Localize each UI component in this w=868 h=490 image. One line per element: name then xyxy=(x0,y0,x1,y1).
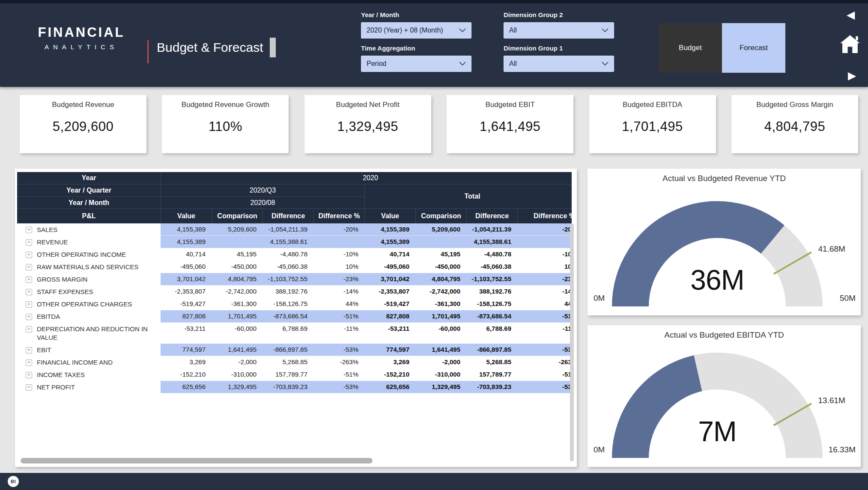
header-year-value: 2020 xyxy=(161,172,572,184)
back-arrow-icon[interactable]: ◀ xyxy=(847,9,855,21)
kpi-card-budgeted-revenue-growth: Budgeted Revenue Growth 110% xyxy=(162,95,289,153)
row-name: EBIT xyxy=(37,345,51,354)
logo-line2: ANALYTICS xyxy=(31,43,132,50)
table-cell: -1,103,752.55 xyxy=(466,273,517,285)
expand-icon[interactable]: + xyxy=(26,347,32,353)
table-cell: 45,195 xyxy=(415,248,466,261)
table-cell: -2,353,807 xyxy=(364,285,415,298)
table-cell: 1,329,495 xyxy=(212,381,262,393)
col-header-comparison: Comparison xyxy=(212,209,262,223)
gauge-min-label: 0M xyxy=(594,445,605,454)
row-label-cell: +OTHER OPERATING CHARGES xyxy=(17,298,161,310)
budget-button[interactable]: Budget xyxy=(659,23,722,73)
year-month-dropdown[interactable]: 2020 (Year) + 08 (Month) xyxy=(361,22,471,39)
table-cell: -158,126.75 xyxy=(262,298,313,310)
expand-icon[interactable]: + xyxy=(26,239,32,246)
table-cell: -23% xyxy=(517,273,572,285)
table-cell: 40,714 xyxy=(364,248,415,261)
table-cell: -1,103,752.55 xyxy=(262,273,313,285)
forward-arrow-icon[interactable]: ▶ xyxy=(848,69,856,82)
expand-icon[interactable]: + xyxy=(26,289,32,295)
row-label-cell: +NET PROFIT xyxy=(17,381,161,393)
expand-icon[interactable]: + xyxy=(26,314,32,320)
expand-icon[interactable]: + xyxy=(26,301,32,308)
table-cell: -263% xyxy=(517,356,572,368)
table-row: +EBIT774,5971,641,495-866,897.85-53%774,… xyxy=(17,344,572,356)
table-cell: -51% xyxy=(517,368,572,381)
table-cell: 5,268.85 xyxy=(262,356,313,368)
table-cell: -866,897.85 xyxy=(466,344,517,356)
gauge-title: Actual vs Budgeted EBITDA YTD xyxy=(588,330,861,340)
table-cell: -53,211 xyxy=(161,323,212,344)
table-row: +SALES4,155,3895,209,600-1,054,211.39-20… xyxy=(17,223,572,236)
filter-time-aggregation: Time Aggregation Period xyxy=(361,45,471,72)
expand-icon[interactable]: + xyxy=(26,264,32,270)
time-aggregation-dropdown[interactable]: Period xyxy=(361,56,471,72)
expand-icon[interactable]: + xyxy=(26,227,32,233)
table-cell: 4,804,795 xyxy=(415,273,466,285)
bi-badge-icon[interactable]: BI xyxy=(8,476,19,487)
filter-label: Dimension Group 1 xyxy=(504,45,614,56)
col-header-total-difference-pct: Difference % xyxy=(517,209,572,223)
logo-line1: FINANCIAL xyxy=(31,25,132,40)
table-cell: -53,211 xyxy=(364,323,415,344)
table-cell: -152,210 xyxy=(161,368,212,381)
col-header-value: Value xyxy=(161,209,212,223)
table-cell: 157,789.77 xyxy=(466,368,517,381)
table-cell: -4,480.78 xyxy=(262,248,313,261)
table-cell: -703,839.23 xyxy=(262,381,313,393)
expand-icon[interactable]: + xyxy=(26,372,32,378)
table-cell: 40,714 xyxy=(161,248,212,261)
table-cell: -53% xyxy=(313,344,364,356)
row-name: EBITDA xyxy=(37,312,60,321)
table-cell: 625,656 xyxy=(364,381,415,393)
expand-icon[interactable]: + xyxy=(26,276,32,283)
row-name: GROSS MARGIN xyxy=(37,275,87,284)
expand-icon[interactable]: + xyxy=(26,359,32,366)
col-header-total-value: Value xyxy=(364,209,415,223)
gauge-value: 36M xyxy=(690,264,744,296)
table-cell: 10% xyxy=(313,261,364,273)
expand-icon[interactable]: + xyxy=(26,326,32,333)
table-cell: -310,000 xyxy=(415,368,466,381)
table-cell: -866,897.85 xyxy=(262,344,313,356)
table-cell: -23% xyxy=(313,273,364,285)
table-cell: -2,742,000 xyxy=(212,285,262,298)
pnl-table: Year 2020 Year / Quarter 2020/Q3 Year / … xyxy=(17,172,572,437)
table-cell: -53% xyxy=(517,344,572,356)
pnl-table-header: Year 2020 Year / Quarter 2020/Q3 Year / … xyxy=(17,172,572,223)
row-name: INCOME TAXES xyxy=(37,370,85,379)
table-cell: -10% xyxy=(313,248,364,261)
row-label-cell: +RAW MATERIALS AND SERVICES xyxy=(17,261,161,273)
home-icon[interactable] xyxy=(839,33,861,56)
row-name: RAW MATERIALS AND SERVICES xyxy=(37,262,138,271)
row-name: SALES xyxy=(37,225,57,234)
vertical-scrollbar[interactable] xyxy=(570,223,574,461)
kpi-title: Budgeted Revenue xyxy=(20,101,146,109)
kpi-card-budgeted-gross-margin: Budgeted Gross Margin 4,804,795 xyxy=(731,95,858,153)
dimension-group-1-dropdown[interactable]: All xyxy=(504,56,614,72)
table-row: +EBITDA827,8081,701,495-873,686.54-51%82… xyxy=(17,310,572,323)
table-cell: -495,060 xyxy=(161,261,212,273)
expand-icon[interactable]: + xyxy=(26,252,32,258)
horizontal-scrollbar[interactable] xyxy=(21,458,373,463)
table-cell: -361,300 xyxy=(212,298,262,310)
kpi-card-budgeted-net-profit: Budgeted Net Profit 1,329,495 xyxy=(304,95,431,153)
table-cell: -14% xyxy=(517,285,572,298)
forecast-button[interactable]: Forecast xyxy=(722,23,785,73)
kpi-value: 4,804,795 xyxy=(731,119,858,134)
row-name: REVENUE xyxy=(37,238,68,246)
header-month-value: 2020/08 xyxy=(161,197,364,209)
gauge-target-label: 13.61M xyxy=(818,396,845,405)
table-cell: -45,060.38 xyxy=(262,261,313,273)
expand-icon[interactable]: + xyxy=(26,384,32,391)
dropdown-value: Period xyxy=(367,60,386,68)
col-header-difference-pct: Difference % xyxy=(313,209,364,223)
table-cell: -51% xyxy=(313,368,364,381)
col-header-difference: Difference xyxy=(262,209,313,223)
table-cell: -10% xyxy=(517,248,572,261)
dimension-group-2-dropdown[interactable]: All xyxy=(504,22,614,39)
table-cell: -4,480.78 xyxy=(466,248,517,261)
table-cell: -519,427 xyxy=(161,298,212,310)
table-cell: -2,742,000 xyxy=(415,285,466,298)
